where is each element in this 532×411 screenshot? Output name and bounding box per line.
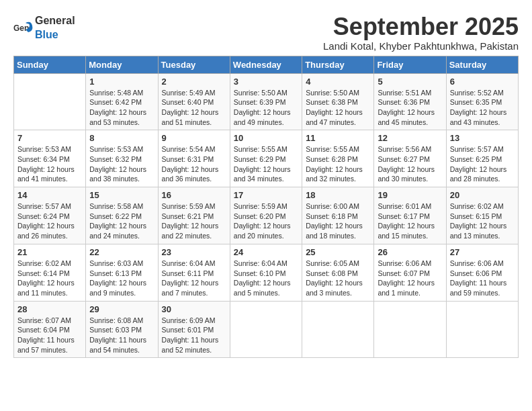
calendar-cell: 30Sunrise: 6:09 AMSunset: 6:01 PMDayligh… bbox=[158, 301, 230, 358]
day-number: 30 bbox=[162, 304, 226, 314]
calendar-week-row: 1Sunrise: 5:48 AMSunset: 6:42 PMDaylight… bbox=[14, 73, 519, 130]
calendar-cell bbox=[374, 301, 446, 358]
logo-blue: Blue bbox=[35, 29, 58, 40]
day-number: 12 bbox=[378, 133, 442, 143]
calendar-cell: 8Sunrise: 5:53 AMSunset: 6:32 PMDaylight… bbox=[86, 130, 158, 187]
calendar-cell: 9Sunrise: 5:54 AMSunset: 6:31 PMDaylight… bbox=[158, 130, 230, 187]
day-info: Sunrise: 6:07 AMSunset: 6:04 PMDaylight:… bbox=[17, 316, 82, 355]
calendar-week-row: 28Sunrise: 6:07 AMSunset: 6:04 PMDayligh… bbox=[14, 301, 519, 358]
day-info: Sunrise: 6:03 AMSunset: 6:13 PMDaylight:… bbox=[89, 259, 154, 298]
calendar-cell: 23Sunrise: 6:04 AMSunset: 6:11 PMDayligh… bbox=[158, 244, 230, 301]
day-number: 13 bbox=[450, 133, 515, 143]
day-info: Sunrise: 5:59 AMSunset: 6:21 PMDaylight:… bbox=[162, 201, 226, 241]
logo-general: General bbox=[35, 15, 75, 26]
day-info: Sunrise: 5:59 AMSunset: 6:20 PMDaylight:… bbox=[234, 201, 298, 241]
calendar-cell: 7Sunrise: 5:53 AMSunset: 6:34 PMDaylight… bbox=[14, 130, 86, 187]
calendar-cell: 18Sunrise: 6:00 AMSunset: 6:18 PMDayligh… bbox=[302, 187, 374, 244]
day-number: 28 bbox=[17, 304, 82, 314]
day-number: 10 bbox=[234, 133, 298, 143]
weekday-header: Wednesday bbox=[230, 56, 302, 73]
calendar-cell: 19Sunrise: 6:01 AMSunset: 6:17 PMDayligh… bbox=[374, 187, 446, 244]
day-info: Sunrise: 5:57 AMSunset: 6:24 PMDaylight:… bbox=[17, 201, 82, 241]
day-info: Sunrise: 6:08 AMSunset: 6:03 PMDaylight:… bbox=[89, 316, 154, 355]
day-number: 25 bbox=[306, 247, 370, 257]
title-block: September 2025 Landi Kotal, Khyber Pakht… bbox=[323, 13, 519, 52]
calendar-cell: 16Sunrise: 5:59 AMSunset: 6:21 PMDayligh… bbox=[158, 187, 230, 244]
day-info: Sunrise: 5:50 AMSunset: 6:38 PMDaylight:… bbox=[306, 88, 370, 128]
logo: Gen General Blue bbox=[13, 13, 75, 42]
calendar-table: SundayMondayTuesdayWednesdayThursdayFrid… bbox=[13, 56, 519, 359]
weekday-header: Saturday bbox=[446, 56, 518, 73]
calendar-cell: 21Sunrise: 6:02 AMSunset: 6:14 PMDayligh… bbox=[14, 244, 86, 301]
day-number: 17 bbox=[234, 190, 298, 200]
day-number: 1 bbox=[89, 77, 154, 87]
calendar-week-row: 21Sunrise: 6:02 AMSunset: 6:14 PMDayligh… bbox=[14, 244, 519, 301]
day-number: 2 bbox=[162, 77, 226, 87]
calendar-cell bbox=[14, 73, 86, 130]
day-number: 23 bbox=[162, 247, 226, 257]
day-info: Sunrise: 6:04 AMSunset: 6:11 PMDaylight:… bbox=[162, 259, 226, 298]
day-info: Sunrise: 5:55 AMSunset: 6:28 PMDaylight:… bbox=[306, 144, 370, 184]
day-number: 19 bbox=[378, 190, 442, 200]
logo-icon: Gen bbox=[13, 17, 34, 38]
weekday-header: Sunday bbox=[14, 56, 86, 73]
calendar-cell: 12Sunrise: 5:56 AMSunset: 6:27 PMDayligh… bbox=[374, 130, 446, 187]
calendar-cell: 1Sunrise: 5:48 AMSunset: 6:42 PMDaylight… bbox=[86, 73, 158, 130]
calendar-cell: 20Sunrise: 6:02 AMSunset: 6:15 PMDayligh… bbox=[446, 187, 518, 244]
day-number: 18 bbox=[306, 190, 370, 200]
day-info: Sunrise: 6:00 AMSunset: 6:18 PMDaylight:… bbox=[306, 201, 370, 241]
day-info: Sunrise: 5:53 AMSunset: 6:32 PMDaylight:… bbox=[89, 144, 154, 184]
calendar-cell: 6Sunrise: 5:52 AMSunset: 6:35 PMDaylight… bbox=[446, 73, 518, 130]
day-number: 6 bbox=[450, 77, 515, 87]
calendar-cell: 5Sunrise: 5:51 AMSunset: 6:36 PMDaylight… bbox=[374, 73, 446, 130]
calendar-cell: 24Sunrise: 6:04 AMSunset: 6:10 PMDayligh… bbox=[230, 244, 302, 301]
day-number: 22 bbox=[89, 247, 154, 257]
day-info: Sunrise: 5:55 AMSunset: 6:29 PMDaylight:… bbox=[234, 144, 298, 184]
day-info: Sunrise: 6:02 AMSunset: 6:15 PMDaylight:… bbox=[450, 201, 515, 241]
day-info: Sunrise: 5:52 AMSunset: 6:35 PMDaylight:… bbox=[450, 88, 515, 128]
day-number: 3 bbox=[234, 77, 298, 87]
day-number: 29 bbox=[89, 304, 154, 314]
calendar-cell: 4Sunrise: 5:50 AMSunset: 6:38 PMDaylight… bbox=[302, 73, 374, 130]
day-number: 8 bbox=[89, 133, 154, 143]
day-number: 24 bbox=[234, 247, 298, 257]
calendar-cell: 3Sunrise: 5:50 AMSunset: 6:39 PMDaylight… bbox=[230, 73, 302, 130]
day-info: Sunrise: 5:48 AMSunset: 6:42 PMDaylight:… bbox=[89, 88, 154, 128]
day-number: 14 bbox=[17, 190, 82, 200]
day-info: Sunrise: 6:06 AMSunset: 6:06 PMDaylight:… bbox=[450, 259, 515, 298]
calendar-cell: 17Sunrise: 5:59 AMSunset: 6:20 PMDayligh… bbox=[230, 187, 302, 244]
day-info: Sunrise: 6:04 AMSunset: 6:10 PMDaylight:… bbox=[234, 259, 298, 298]
day-info: Sunrise: 5:58 AMSunset: 6:22 PMDaylight:… bbox=[89, 201, 154, 241]
day-number: 20 bbox=[450, 190, 515, 200]
day-number: 4 bbox=[306, 77, 370, 87]
calendar-cell: 28Sunrise: 6:07 AMSunset: 6:04 PMDayligh… bbox=[14, 301, 86, 358]
day-number: 26 bbox=[378, 247, 442, 257]
day-number: 21 bbox=[17, 247, 82, 257]
weekday-header: Friday bbox=[374, 56, 446, 73]
day-info: Sunrise: 5:54 AMSunset: 6:31 PMDaylight:… bbox=[162, 144, 226, 184]
weekday-header: Tuesday bbox=[158, 56, 230, 73]
day-info: Sunrise: 5:50 AMSunset: 6:39 PMDaylight:… bbox=[234, 88, 298, 128]
day-info: Sunrise: 5:49 AMSunset: 6:40 PMDaylight:… bbox=[162, 88, 226, 128]
day-number: 7 bbox=[17, 133, 82, 143]
calendar-cell: 15Sunrise: 5:58 AMSunset: 6:22 PMDayligh… bbox=[86, 187, 158, 244]
svg-text:Gen: Gen bbox=[13, 24, 29, 33]
calendar-cell: 2Sunrise: 5:49 AMSunset: 6:40 PMDaylight… bbox=[158, 73, 230, 130]
day-info: Sunrise: 6:01 AMSunset: 6:17 PMDaylight:… bbox=[378, 201, 442, 241]
page-header: Gen General Blue September 2025 Landi Ko… bbox=[13, 13, 519, 52]
day-info: Sunrise: 5:57 AMSunset: 6:25 PMDaylight:… bbox=[450, 144, 515, 184]
calendar-cell: 14Sunrise: 5:57 AMSunset: 6:24 PMDayligh… bbox=[14, 187, 86, 244]
location: Landi Kotal, Khyber Pakhtunkhwa, Pakista… bbox=[323, 40, 519, 52]
day-number: 9 bbox=[162, 133, 226, 143]
day-number: 27 bbox=[450, 247, 515, 257]
calendar-cell: 27Sunrise: 6:06 AMSunset: 6:06 PMDayligh… bbox=[446, 244, 518, 301]
day-number: 11 bbox=[306, 133, 370, 143]
day-number: 5 bbox=[378, 77, 442, 87]
calendar-cell: 13Sunrise: 5:57 AMSunset: 6:25 PMDayligh… bbox=[446, 130, 518, 187]
calendar-cell: 22Sunrise: 6:03 AMSunset: 6:13 PMDayligh… bbox=[86, 244, 158, 301]
calendar-cell: 10Sunrise: 5:55 AMSunset: 6:29 PMDayligh… bbox=[230, 130, 302, 187]
day-info: Sunrise: 6:02 AMSunset: 6:14 PMDaylight:… bbox=[17, 259, 82, 298]
day-info: Sunrise: 6:06 AMSunset: 6:07 PMDaylight:… bbox=[378, 259, 442, 298]
day-info: Sunrise: 6:05 AMSunset: 6:08 PMDaylight:… bbox=[306, 259, 370, 298]
day-number: 16 bbox=[162, 190, 226, 200]
